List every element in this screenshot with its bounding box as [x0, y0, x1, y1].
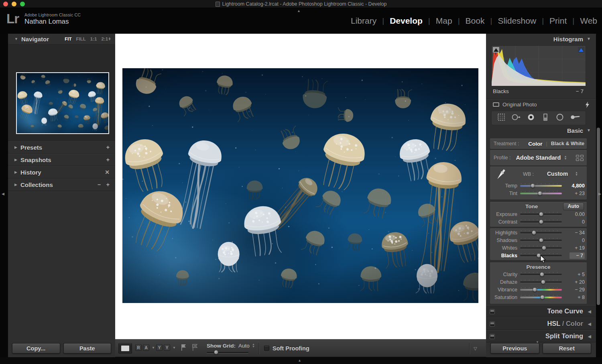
show-grid-label: Show Grid:	[207, 343, 236, 349]
spot-removal-tool-icon[interactable]	[511, 113, 521, 123]
copy-button[interactable]: Copy...	[12, 343, 60, 354]
whites-slider-track[interactable]	[520, 247, 562, 249]
panel-header-hsl-color[interactable]: HSL / Color◀	[486, 317, 596, 330]
module-web[interactable]: Web	[580, 16, 597, 26]
section-presets[interactable]: ▶Presets+	[8, 141, 115, 154]
wb-stepper-icon[interactable]: ▲▼	[575, 171, 578, 176]
radial-filter-tool-icon[interactable]	[555, 113, 564, 123]
navigator-preview[interactable]	[16, 72, 109, 134]
module-map[interactable]: Map	[436, 16, 452, 26]
panel-enable-switch[interactable]	[490, 334, 495, 339]
navigator-header[interactable]: ▼ Navigator FITFILL1:12:1 ▲▼	[8, 34, 115, 44]
chevron-down-icon[interactable]: ▼	[152, 346, 155, 350]
previous-button[interactable]: Previous	[490, 343, 539, 354]
minus-icon[interactable]: −	[98, 181, 101, 188]
before-after-top-bottom-button[interactable]: YY▼	[156, 344, 176, 351]
panel-enable-switch[interactable]	[490, 321, 495, 327]
dehaze-slider-track[interactable]	[520, 281, 562, 283]
plus-icon[interactable]: +	[106, 181, 110, 188]
blacks-slider-thumb[interactable]	[537, 253, 541, 258]
module-book[interactable]: Book	[466, 16, 485, 26]
highlights-slider-track[interactable]	[520, 232, 562, 234]
treatment-color-option[interactable]: Color	[528, 141, 542, 147]
wb-eyedropper-icon[interactable]	[495, 168, 507, 182]
grid-size-slider[interactable]	[207, 352, 248, 353]
crop-overlay-tool-icon[interactable]	[497, 113, 506, 123]
zoom-mode-fill[interactable]: FILL	[76, 37, 86, 41]
whites-slider-thumb[interactable]	[542, 246, 546, 250]
temp-slider-track[interactable]	[520, 185, 562, 187]
show-grid-stepper-icon[interactable]: ▲▼	[252, 343, 255, 348]
profile-browser-icon[interactable]	[576, 155, 584, 161]
shadows-slider-thumb[interactable]	[539, 238, 543, 242]
before-after-left-right-button[interactable]: RA▼	[135, 344, 155, 351]
top-panel-collapse-arrow[interactable]: ▲	[297, 9, 301, 13]
panel-header-tone-curve[interactable]: Tone Curve◀	[486, 305, 596, 317]
module-print[interactable]: Print	[549, 16, 567, 26]
plus-icon[interactable]: +	[106, 144, 110, 150]
paste-button[interactable]: Paste	[63, 343, 112, 354]
profile-stepper-icon[interactable]: ▲▼	[564, 155, 567, 160]
adjustment-brush-tool-icon[interactable]	[570, 113, 580, 123]
pick-flag-icon[interactable]	[181, 344, 187, 351]
zoom-mode-2-1[interactable]: 2:1	[101, 37, 108, 41]
panel-enable-switch[interactable]	[490, 309, 495, 314]
histogram-header[interactable]: Histogram ▼	[486, 34, 596, 44]
show-grid-value[interactable]: Auto	[238, 343, 250, 349]
module-library[interactable]: Library	[351, 16, 376, 26]
dehaze-slider-thumb[interactable]	[541, 280, 545, 284]
right-panel-collapse-arrow[interactable]: ▶	[598, 192, 601, 196]
saturation-slider-thumb[interactable]	[540, 295, 545, 299]
contrast-slider-thumb[interactable]	[539, 220, 543, 224]
plus-icon[interactable]: +	[106, 157, 110, 163]
profile-value[interactable]: Adobe Standard	[516, 155, 561, 161]
basic-panel-header[interactable]: Basic ▼	[486, 125, 596, 136]
histogram[interactable]	[491, 45, 586, 86]
clarity-slider-track[interactable]	[520, 274, 562, 275]
soft-proofing-checkbox[interactable]	[264, 346, 269, 351]
red-eye-tool-icon[interactable]	[527, 113, 535, 123]
vibrance-slider-thumb[interactable]	[533, 287, 537, 292]
zoom-level-stepper-icon[interactable]: ▲▼	[108, 37, 111, 41]
exposure-slider-track[interactable]	[520, 214, 562, 215]
treatment-bw-option[interactable]: Black & White	[551, 141, 584, 146]
tint-slider-thumb[interactable]	[538, 191, 542, 195]
panel-header-split-toning[interactable]: Split Toning◀	[486, 330, 596, 342]
exposure-slider-thumb[interactable]	[539, 212, 543, 216]
flash-bolt-icon[interactable]	[585, 102, 590, 108]
photo-canvas[interactable]	[122, 68, 478, 303]
x-icon[interactable]: ✕	[105, 169, 110, 175]
zoom-mode-1-1[interactable]: 1:1	[90, 37, 97, 41]
section-history[interactable]: ▶History✕	[8, 166, 115, 179]
expand-triangle-icon: ◀	[588, 309, 591, 314]
reset-button[interactable]: Reset	[543, 343, 592, 354]
zoom-mode-fit[interactable]: FIT	[65, 37, 71, 41]
toolbar-options-caret-icon[interactable]: ▽	[474, 346, 477, 351]
tone-detail-box: Highlights− 34Shadows0Whites+ 19Blacks− …	[490, 228, 587, 260]
wb-value[interactable]: Custom	[547, 171, 568, 177]
shadows-slider-track[interactable]	[520, 240, 562, 241]
blacks-slider-track[interactable]	[520, 255, 562, 256]
vibrance-label: Vibrance	[490, 287, 520, 293]
graduated-filter-tool-icon[interactable]	[541, 113, 550, 123]
auto-tone-button[interactable]: Auto	[563, 203, 584, 210]
reject-flag-icon[interactable]	[192, 344, 198, 351]
clarity-slider-thumb[interactable]	[540, 272, 544, 277]
left-panel-collapse-arrow[interactable]: ◀	[2, 192, 4, 196]
section-collections[interactable]: ▶Collections−+	[8, 179, 115, 191]
contrast-slider-track[interactable]	[520, 221, 562, 223]
module-slideshow[interactable]: Slideshow	[498, 16, 536, 26]
module-develop[interactable]: Develop	[390, 16, 423, 26]
tint-slider-track[interactable]	[520, 193, 562, 194]
section-snapshots[interactable]: ▶Snapshots+	[8, 154, 115, 166]
highlight-clipping-indicator[interactable]	[578, 47, 584, 53]
shadow-clipping-indicator[interactable]	[493, 47, 499, 53]
right-panel-scrollbar[interactable]	[597, 128, 600, 305]
filmstrip-show-arrow[interactable]: ▲	[298, 358, 301, 362]
saturation-slider-track[interactable]	[520, 297, 562, 298]
temp-slider-thumb[interactable]	[531, 183, 535, 188]
highlights-slider-thumb[interactable]	[532, 230, 536, 235]
vibrance-slider-track[interactable]	[520, 289, 562, 291]
loupe-view-button[interactable]	[118, 343, 132, 354]
chevron-down-icon[interactable]: ▼	[173, 346, 176, 350]
